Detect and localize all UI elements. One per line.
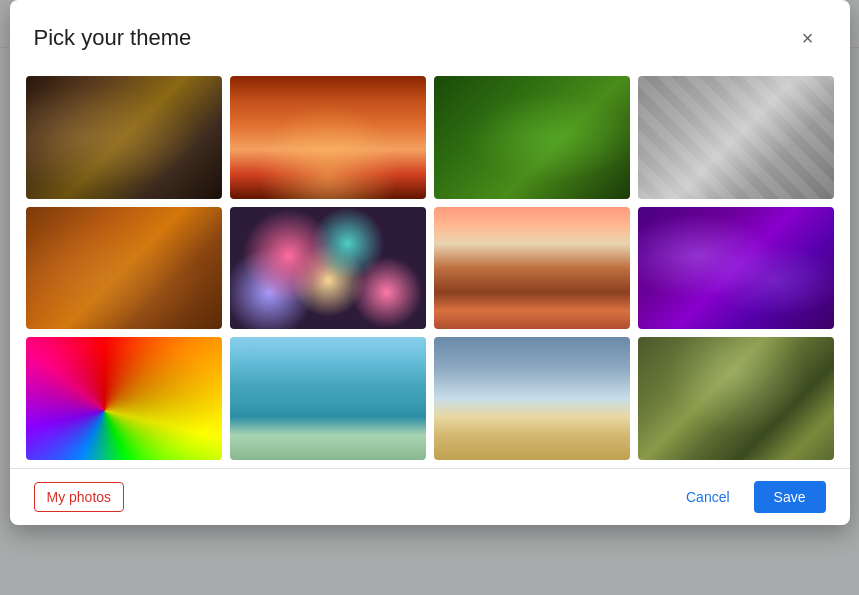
cancel-button[interactable]: Cancel [670, 481, 746, 513]
modal-close-button[interactable]: × [790, 20, 826, 56]
my-photos-button[interactable]: My photos [34, 482, 125, 512]
theme-picker-modal: Pick your theme × My photos Cancel Save [10, 0, 850, 525]
theme-item-lake[interactable] [230, 337, 426, 460]
theme-item-tubes[interactable] [638, 76, 834, 199]
theme-grid-container[interactable] [10, 72, 850, 468]
theme-item-horseshoe[interactable] [434, 207, 630, 330]
theme-item-bokeh[interactable] [230, 207, 426, 330]
footer-actions: Cancel Save [670, 481, 826, 513]
modal-backdrop: Pick your theme × My photos Cancel Save [0, 0, 859, 595]
theme-item-chess[interactable] [26, 76, 222, 199]
save-button[interactable]: Save [754, 481, 826, 513]
theme-item-beach[interactable] [434, 337, 630, 460]
modal-header: Pick your theme × [10, 0, 850, 72]
theme-item-rainbow-water[interactable] [26, 337, 222, 460]
theme-item-jellyfish[interactable] [638, 207, 834, 330]
theme-item-caterpillar[interactable] [434, 76, 630, 199]
modal-footer: My photos Cancel Save [10, 468, 850, 525]
theme-item-leaves[interactable] [26, 207, 222, 330]
theme-item-forest[interactable] [638, 337, 834, 460]
theme-grid [26, 72, 834, 468]
theme-item-canyon[interactable] [230, 76, 426, 199]
modal-title: Pick your theme [34, 25, 192, 51]
